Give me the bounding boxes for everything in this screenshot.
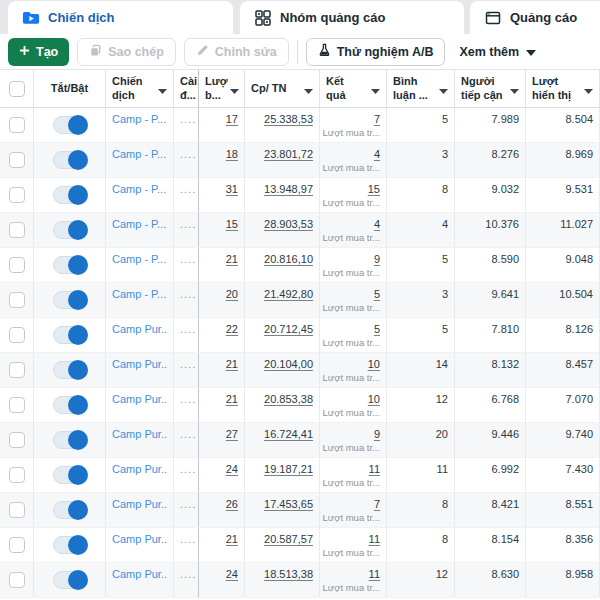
- campaign-toggle-on[interactable]: [53, 186, 87, 204]
- row-checkbox[interactable]: [9, 222, 25, 238]
- cp-tn-value[interactable]: 19.187,21: [264, 463, 313, 475]
- settings-ellipsis[interactable]: ....: [180, 533, 196, 545]
- ket-qua-value[interactable]: 5: [374, 323, 380, 335]
- campaign-toggle-on[interactable]: [53, 501, 87, 519]
- settings-ellipsis[interactable]: ....: [180, 218, 196, 230]
- sort-caret-icon[interactable]: [371, 80, 380, 98]
- luot-b-value[interactable]: 31: [226, 183, 238, 195]
- row-checkbox[interactable]: [9, 537, 25, 553]
- ket-qua-value[interactable]: 11: [369, 463, 380, 475]
- campaign-name-link[interactable]: Camp - P...: [112, 218, 166, 230]
- row-checkbox[interactable]: [9, 467, 25, 483]
- luot-b-value[interactable]: 21: [226, 533, 238, 545]
- luot-b-value[interactable]: 20: [226, 288, 238, 300]
- cp-tn-value[interactable]: 17.453,65: [264, 498, 313, 510]
- ab-test-button[interactable]: Thử nghiệm A/B: [306, 38, 446, 66]
- row-checkbox[interactable]: [9, 292, 25, 308]
- campaign-name-link[interactable]: Camp Pur...: [112, 498, 167, 510]
- row-checkbox[interactable]: [9, 152, 25, 168]
- cp-tn-value[interactable]: 23.801,72: [264, 148, 313, 160]
- campaign-name-link[interactable]: Camp - P...: [112, 253, 166, 265]
- row-checkbox[interactable]: [9, 362, 25, 378]
- luot-b-value[interactable]: 17: [226, 113, 238, 125]
- campaign-name-link[interactable]: Camp Pur...: [112, 358, 167, 370]
- row-checkbox[interactable]: [9, 327, 25, 343]
- campaign-toggle-on[interactable]: [53, 326, 87, 344]
- sort-caret-icon[interactable]: [584, 80, 593, 98]
- sort-caret-icon[interactable]: [510, 80, 519, 98]
- tab-adsets[interactable]: Nhóm quảng cáo: [240, 1, 464, 34]
- cp-tn-value[interactable]: 20.816,10: [264, 253, 313, 265]
- ket-qua-value[interactable]: 5: [374, 288, 380, 300]
- campaign-name-link[interactable]: Camp Pur...: [112, 463, 167, 475]
- campaign-name-link[interactable]: Camp Pur...: [112, 393, 167, 405]
- settings-ellipsis[interactable]: ....: [180, 113, 196, 125]
- header-ket-qua[interactable]: Kết quả: [320, 70, 387, 107]
- luot-b-value[interactable]: 18: [226, 148, 238, 160]
- ket-qua-value[interactable]: 11: [369, 568, 380, 580]
- luot-b-value[interactable]: 15: [226, 218, 238, 230]
- tab-ads[interactable]: Quảng cáo: [470, 1, 600, 34]
- campaign-name-link[interactable]: Camp - P...: [112, 148, 166, 160]
- settings-ellipsis[interactable]: ....: [180, 498, 196, 510]
- campaign-toggle-on[interactable]: [53, 431, 87, 449]
- header-settings[interactable]: Cài đ...: [174, 70, 199, 107]
- sort-caret-icon[interactable]: [304, 80, 313, 98]
- campaign-toggle-on[interactable]: [53, 116, 87, 134]
- cp-tn-value[interactable]: 18.513,38: [264, 568, 313, 580]
- sort-caret-icon[interactable]: [230, 80, 239, 98]
- ket-qua-value[interactable]: 4: [374, 148, 380, 160]
- campaign-name-link[interactable]: Camp Pur...: [112, 323, 167, 335]
- settings-ellipsis[interactable]: ....: [180, 358, 196, 370]
- header-toggle[interactable]: Tắt/Bật: [34, 70, 106, 107]
- campaign-name-link[interactable]: Camp Pur...: [112, 428, 167, 440]
- header-nguoi-tiep-can[interactable]: Người tiếp cận: [455, 70, 526, 107]
- ket-qua-value[interactable]: 10: [368, 393, 380, 405]
- duplicate-button[interactable]: Sao chép: [77, 38, 176, 66]
- edit-button[interactable]: Chỉnh sửa: [184, 38, 289, 66]
- ket-qua-value[interactable]: 11: [369, 533, 380, 545]
- select-all-checkbox[interactable]: [9, 81, 25, 97]
- row-checkbox[interactable]: [9, 397, 25, 413]
- campaign-name-link[interactable]: Camp - P...: [112, 113, 166, 125]
- luot-b-value[interactable]: 24: [226, 463, 238, 475]
- settings-ellipsis[interactable]: ....: [180, 393, 196, 405]
- campaign-name-link[interactable]: Camp Pur...: [112, 568, 167, 580]
- ket-qua-value[interactable]: 7: [374, 498, 380, 510]
- campaign-toggle-on[interactable]: [53, 151, 87, 169]
- header-binh-luan[interactable]: Bình luận ...: [387, 70, 455, 107]
- campaign-toggle-on[interactable]: [53, 291, 87, 309]
- cp-tn-value[interactable]: 16.724,41: [264, 428, 313, 440]
- ket-qua-value[interactable]: 9: [374, 253, 380, 265]
- settings-ellipsis[interactable]: ....: [180, 183, 196, 195]
- ket-qua-value[interactable]: 7: [374, 113, 380, 125]
- settings-ellipsis[interactable]: ....: [180, 463, 196, 475]
- settings-ellipsis[interactable]: ....: [180, 428, 196, 440]
- settings-ellipsis[interactable]: ....: [180, 568, 196, 580]
- header-campaign[interactable]: Chiến dịch: [106, 70, 174, 107]
- more-menu-button[interactable]: Xem thêm: [453, 45, 542, 59]
- campaign-toggle-on[interactable]: [53, 221, 87, 239]
- settings-ellipsis[interactable]: ....: [180, 253, 196, 265]
- row-checkbox[interactable]: [9, 257, 25, 273]
- luot-b-value[interactable]: 26: [226, 498, 238, 510]
- cp-tn-value[interactable]: 13.948,97: [264, 183, 313, 195]
- header-luot-hien-thi[interactable]: Lượt hiển thị: [526, 70, 600, 107]
- luot-b-value[interactable]: 24: [226, 568, 238, 580]
- campaign-toggle-on[interactable]: [53, 536, 87, 554]
- campaign-name-link[interactable]: Camp - P...: [112, 288, 166, 300]
- sort-caret-icon[interactable]: [158, 80, 167, 98]
- luot-b-value[interactable]: 22: [226, 323, 238, 335]
- luot-b-value[interactable]: 21: [226, 253, 238, 265]
- campaign-toggle-on[interactable]: [53, 396, 87, 414]
- ket-qua-value[interactable]: 15: [368, 183, 380, 195]
- settings-ellipsis[interactable]: ....: [180, 288, 196, 300]
- cp-tn-value[interactable]: 20.853,38: [264, 393, 313, 405]
- campaign-toggle-on[interactable]: [53, 361, 87, 379]
- header-cp-tn[interactable]: Cp/ TN: [245, 70, 320, 107]
- row-checkbox[interactable]: [9, 572, 25, 588]
- campaign-toggle-on[interactable]: [53, 256, 87, 274]
- sort-caret-icon[interactable]: [439, 80, 448, 98]
- campaign-name-link[interactable]: Camp Pur...: [112, 533, 167, 545]
- cp-tn-value[interactable]: 20.587,57: [264, 533, 313, 545]
